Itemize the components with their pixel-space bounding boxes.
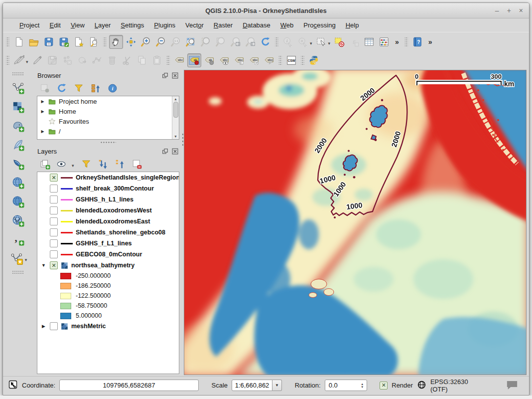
show-hide-labels-button[interactable]: abc — [217, 53, 231, 67]
messages-bubble-icon[interactable] — [506, 380, 518, 391]
expander-icon[interactable]: ▶ — [40, 324, 47, 329]
maximize-button[interactable]: + — [507, 6, 511, 14]
save-project-as-button[interactable] — [57, 35, 71, 49]
run-feature-action-button[interactable] — [296, 35, 310, 49]
expand-all-button[interactable] — [97, 158, 109, 170]
pan-map-button[interactable] — [109, 35, 123, 49]
new-project-button[interactable] — [12, 35, 26, 49]
help-extension-button[interactable]: » — [428, 38, 432, 46]
extents-tracker-icon[interactable] — [8, 380, 18, 391]
browser-close-button[interactable] — [171, 72, 179, 79]
menu-raster[interactable]: Raster — [209, 20, 237, 30]
menu-web[interactable]: Web — [276, 20, 298, 30]
add-feature-button[interactable] — [60, 53, 74, 67]
zoom-to-layer-button[interactable] — [214, 35, 228, 49]
toolbar-handle[interactable] — [404, 36, 408, 47]
select-by-expression-button[interactable]: ε — [347, 35, 361, 49]
copy-features-button[interactable] — [135, 53, 149, 67]
zoom-last-button[interactable] — [229, 35, 243, 49]
toolbar-handle[interactable] — [12, 72, 24, 75]
expander-icon[interactable]: ▶ — [40, 109, 45, 114]
add-vector-layer-button[interactable] — [9, 80, 26, 95]
menu-plugins[interactable]: Plugins — [149, 20, 180, 30]
select-features-button[interactable] — [314, 35, 328, 49]
add-postgis-layer-button[interactable] — [9, 118, 26, 133]
scale-input[interactable] — [232, 380, 272, 391]
browser-float-button[interactable] — [161, 72, 169, 79]
layer-checkbox[interactable] — [50, 196, 58, 203]
delete-selected-button[interactable] — [105, 53, 119, 67]
add-delimited-text-layer-button[interactable]: , — [9, 231, 26, 247]
add-spatialite-layer-button[interactable] — [9, 137, 26, 152]
menu-help[interactable]: Help — [341, 20, 364, 30]
layer-item[interactable]: GSHHS_h_L1_lines — [37, 194, 179, 205]
highlight-pinned-labels-button[interactable]: ab — [202, 53, 216, 67]
new-shapefile-layer-dropdown[interactable]: ▾ — [25, 257, 27, 262]
filter-browser-button[interactable] — [73, 82, 85, 94]
metasearch-csw-button[interactable]: CSW — [284, 53, 298, 67]
collapse-all-browser-button[interactable] — [90, 82, 102, 94]
current-edits-button[interactable] — [12, 53, 26, 67]
browser-scrollbar[interactable]: ▲▼ — [172, 96, 179, 139]
expander-icon[interactable]: ▼ — [40, 263, 47, 268]
zoom-out-button[interactable] — [154, 35, 168, 49]
menu-view[interactable]: View — [66, 20, 89, 30]
add-selected-layers-button[interactable] — [39, 82, 51, 94]
pan-to-selection-button[interactable] — [124, 35, 138, 49]
toggle-editing-button[interactable] — [30, 53, 44, 67]
layer-checkbox[interactable] — [50, 322, 58, 330]
rotation-down-icon[interactable]: ▼ — [361, 386, 364, 389]
menu-processing[interactable]: Processing — [299, 20, 340, 30]
layer-checkbox[interactable] — [50, 250, 58, 258]
python-console-button[interactable] — [307, 53, 321, 67]
expander-icon[interactable]: ▶ — [40, 129, 45, 134]
layers-close-button[interactable] — [171, 148, 179, 155]
layer-checkbox[interactable] — [50, 217, 58, 225]
composer-manager-button[interactable] — [87, 35, 101, 49]
close-button[interactable]: × — [519, 6, 523, 14]
run-feature-action-dropdown[interactable]: ▾ — [310, 41, 312, 46]
panel-splitter[interactable] — [34, 140, 182, 145]
filter-legend-button[interactable] — [80, 158, 92, 170]
layer-item[interactable]: blendedLoxodromesEast — [37, 216, 179, 227]
toolbar-handle[interactable] — [103, 36, 107, 47]
menu-project[interactable]: Project — [15, 20, 44, 30]
paste-features-button[interactable] — [150, 53, 164, 67]
menu-edit[interactable]: Edit — [45, 20, 65, 30]
toolbar-handle[interactable] — [275, 36, 278, 47]
rotate-label-button[interactable]: abc — [247, 53, 261, 67]
menu-vector[interactable]: Vector — [181, 20, 208, 30]
open-attribute-table-button[interactable] — [362, 35, 376, 49]
layer-item[interactable]: ▶meshMetric — [37, 321, 179, 332]
add-raster-layer-button[interactable] — [9, 99, 26, 114]
scale-dropdown-button[interactable]: ▼ — [272, 380, 282, 391]
manage-layer-visibility-button[interactable] — [56, 158, 68, 170]
rotation-spinbox[interactable]: ▲▼ — [325, 380, 367, 391]
zoom-in-button[interactable] — [139, 35, 153, 49]
browser-item[interactable]: Favourites — [37, 116, 179, 126]
zoom-next-button[interactable] — [244, 35, 258, 49]
toolbar-handle[interactable] — [12, 270, 24, 274]
layer-item[interactable]: shelf_break_300mContour — [37, 183, 179, 194]
menu-database[interactable]: Database — [238, 20, 275, 30]
deselect-all-button[interactable] — [332, 35, 346, 49]
rotation-input[interactable] — [325, 380, 358, 391]
layer-item[interactable]: blendedLoxodromesWest — [37, 205, 179, 216]
toolbar-handle[interactable] — [278, 55, 282, 66]
map-canvas[interactable]: 2000 2000 2000 1000 1000 1000 0 300 km — [184, 70, 527, 375]
refresh-browser-button[interactable] — [56, 82, 68, 94]
layers-float-button[interactable] — [161, 148, 169, 155]
render-checkbox[interactable]: ✕ — [380, 382, 388, 390]
toolbar-extension-button[interactable]: » — [395, 38, 399, 46]
layer-item[interactable]: ▼✕northsea_bathymetry — [37, 260, 179, 271]
layer-labeling-options-button[interactable]: abc — [172, 53, 186, 67]
add-wms-layer-button[interactable] — [9, 175, 26, 190]
open-project-button[interactable] — [27, 35, 41, 49]
current-edits-dropdown[interactable]: ▾ — [26, 59, 28, 64]
layer-checkbox[interactable] — [50, 185, 58, 193]
add-wcs-layer-button[interactable] — [9, 194, 26, 209]
new-print-composer-button[interactable] — [72, 35, 86, 49]
move-feature-button[interactable] — [75, 53, 89, 67]
collapse-all-button[interactable] — [114, 158, 126, 170]
layer-checkbox[interactable] — [50, 228, 58, 236]
